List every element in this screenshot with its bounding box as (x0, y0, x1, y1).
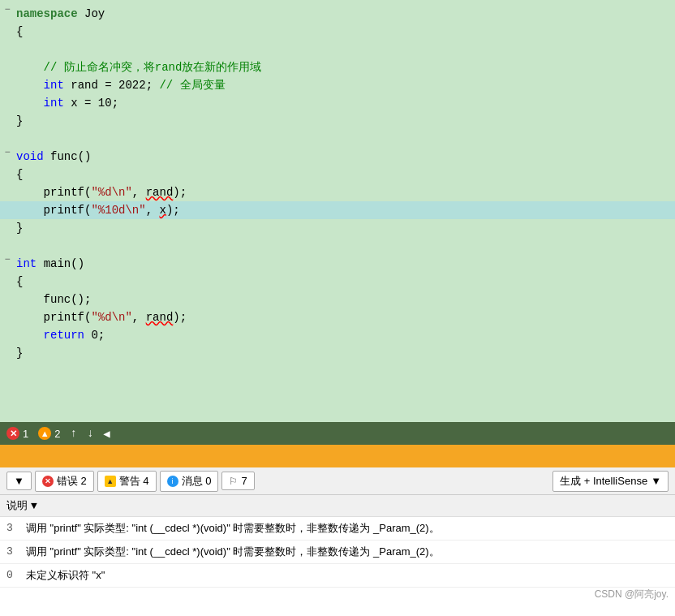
error-desc-1: 调用 "printf" 实际类型: "int (__cdecl *)(void)… (26, 520, 669, 536)
kw-int: int (44, 79, 64, 92)
collapse-main-icon: − (4, 255, 10, 265)
code-text: namespace Joy (15, 5, 675, 23)
kw-int2: int (44, 97, 64, 110)
warn-filter-icon: ▲ (105, 476, 116, 487)
line-num-2: 3 (6, 544, 26, 560)
code-text-close1: } (15, 112, 675, 130)
code-text-printf1: printf("%d\n", rand); (15, 183, 675, 201)
info-label: 消息 0 (182, 474, 212, 489)
code-text-func-call: func(); (15, 291, 675, 308)
code-text-return: return 0; (15, 326, 675, 344)
status-bar: ✕ 1 ▲ 2 ↑ ↓ ◀ (0, 422, 675, 445)
code-text-main: int main() (15, 255, 675, 273)
info-filter-btn[interactable]: i 消息 0 (160, 471, 219, 492)
code-line-main-close: } (0, 344, 675, 362)
arrow-left[interactable]: ◀ (103, 427, 110, 441)
error-filter-btn[interactable]: ✕ 错误 2 (35, 471, 94, 492)
warn-count: 2 (54, 428, 60, 440)
build-label: 生成 + IntelliSense (560, 474, 647, 489)
arrow-up[interactable]: ↑ (70, 427, 76, 440)
error-label: 错误 2 (57, 474, 87, 489)
func-call: func (44, 293, 71, 306)
gutter-func[interactable]: − (0, 148, 15, 157)
error-list-header: 说明 ▼ (0, 495, 675, 517)
code-line-comment1: // 防止命名冲突，将rand放在新的作用域 (0, 58, 675, 76)
squiggly-rand2: rand (146, 311, 174, 324)
func-main: main (44, 257, 71, 270)
error-row-1: 3 调用 "printf" 实际类型: "int (__cdecl *)(voi… (0, 517, 675, 541)
error-list: 3 调用 "printf" 实际类型: "int (__cdecl *)(voi… (0, 517, 675, 616)
code-text-1: { (15, 23, 675, 41)
header-arrow[interactable]: ▼ (31, 500, 37, 512)
code-line-func-decl: − void func() (0, 148, 675, 166)
build-arrow: ▼ (651, 475, 661, 487)
code-line-main-decl: − int main() (0, 255, 675, 273)
code-line-func-close: } (0, 219, 675, 237)
branding-text: CSDN @阿亮joy. (0, 588, 675, 601)
error-x: ✕ (10, 429, 17, 439)
code-line-printf1: printf("%d\n", rand); (0, 183, 675, 201)
filter-special-btn[interactable]: ⚐ 7 (221, 472, 254, 490)
code-text-func-open: { (15, 166, 675, 183)
line-num-1: 3 (6, 520, 26, 536)
filter-icon: ⚐ (229, 476, 238, 487)
gutter-main[interactable]: − (0, 255, 15, 265)
comment-text: // 防止命名冲突，将rand放在新的作用域 (44, 61, 262, 74)
kw-void: void (16, 150, 44, 163)
code-line-x: int x = 10; (0, 94, 675, 112)
code-line-1: { (0, 23, 675, 41)
code-editor[interactable]: − namespace Joy { // 防止命名冲突，将rand放在新的作用域… (0, 0, 675, 422)
warn-filter-btn[interactable]: ▲ 警告 4 (97, 471, 157, 492)
warn-triangle: ▲ (41, 429, 49, 438)
dropdown-btn[interactable]: ▼ (6, 472, 32, 490)
info-filter-icon: i (167, 476, 178, 487)
dropdown-arrow: ▼ (14, 475, 24, 487)
code-text-main-close: } (15, 344, 675, 362)
code-line-blank1 (0, 41, 675, 58)
error-filter-icon: ✕ (42, 476, 54, 487)
arrow-down[interactable]: ↓ (87, 427, 93, 440)
code-line-printf3: printf("%d\n", rand); (0, 308, 675, 326)
code-text-comment1: // 防止命名冲突，将rand放在新的作用域 (15, 58, 675, 76)
code-line-return: return 0; (0, 326, 675, 344)
gutter-collapse[interactable]: − (0, 5, 15, 15)
code-text-printf2: printf("%10d\n", x); (15, 201, 675, 219)
error-row-2: 3 调用 "printf" 实际类型: "int (__cdecl *)(voi… (0, 541, 675, 564)
warn-label: 警告 4 (119, 474, 149, 489)
build-select[interactable]: 生成 + IntelliSense ▼ (552, 471, 669, 492)
func-printf1: printf (44, 186, 84, 199)
code-line-blank3 (0, 237, 675, 255)
squiggly-rand1: rand (146, 186, 174, 199)
code-line-func-open: { (0, 166, 675, 183)
error-row-3: 0 未定义标识符 "x" (0, 564, 675, 588)
warn-status-icon: ▲ (38, 427, 51, 440)
code-line-rand: int rand = 2022; // 全局变量 (0, 76, 675, 94)
code-line-blank2 (0, 130, 675, 148)
collapse-icon: − (4, 5, 10, 15)
filter-num: 7 (241, 475, 247, 487)
code-text-main-open: { (15, 273, 675, 291)
comment-global: // 全局变量 (159, 79, 225, 92)
collapse-func-icon: − (4, 148, 10, 157)
keyword-namespace: namespace (16, 7, 78, 20)
warn-status[interactable]: ▲ 2 (38, 427, 60, 440)
code-text-func: void func() (15, 148, 675, 166)
code-text-func-close: } (15, 219, 675, 237)
func-name: func (50, 150, 78, 163)
code-text-printf3: printf("%d\n", rand); (15, 308, 675, 326)
error-toolbar: ▼ ✕ 错误 2 ▲ 警告 4 i 消息 0 ⚐ 7 生成 + IntelliS… (0, 467, 675, 495)
orange-separator (0, 445, 675, 467)
code-line-printf2: printf("%10d\n", x); (0, 201, 675, 219)
code-text-rand: int rand = 2022; // 全局变量 (15, 76, 675, 94)
error-desc-2: 调用 "printf" 实际类型: "int (__cdecl *)(void)… (26, 544, 669, 560)
func-printf2: printf (44, 204, 84, 217)
error-status[interactable]: ✕ 1 (6, 427, 28, 440)
squiggly-x: x (159, 204, 166, 217)
code-line-func-call: func(); (0, 291, 675, 308)
code-line-close1: } (0, 112, 675, 130)
code-text-x: int x = 10; (15, 94, 675, 112)
error-status-icon: ✕ (6, 427, 19, 440)
str2: "%10d\n" (91, 204, 145, 217)
code-line-namespace: − namespace Joy (0, 5, 675, 23)
code-line-main-open: { (0, 273, 675, 291)
